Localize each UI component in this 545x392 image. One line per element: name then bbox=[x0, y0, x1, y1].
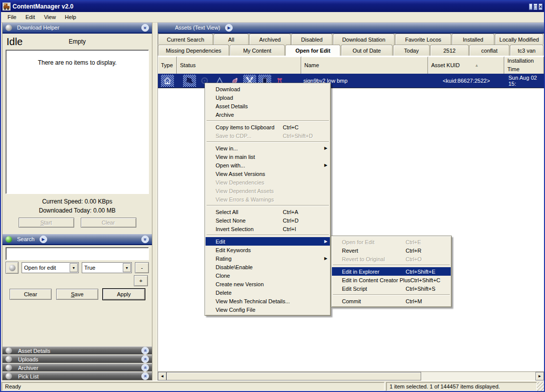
menu-item-label: View in... bbox=[216, 145, 238, 151]
clear-downloads-button[interactable]: Clear bbox=[81, 218, 136, 228]
column-header-installation-time[interactable]: Installation Time bbox=[504, 57, 544, 74]
chevron-up-icon: » bbox=[142, 375, 148, 378]
column-header-name[interactable]: Name bbox=[301, 57, 428, 74]
menu-item-download[interactable]: Download bbox=[206, 85, 330, 93]
tab-missing-dependencies[interactable]: Missing Dependencies bbox=[158, 45, 229, 56]
menu-item-view-in[interactable]: View in...▶ bbox=[206, 144, 330, 152]
menu-item-edit-in-content-creator-plus[interactable]: Edit in Content Creator PlusCtrl+Shift+C bbox=[332, 276, 451, 284]
scroll-right-icon[interactable]: ► bbox=[535, 372, 544, 380]
context-menu: DownloadUploadAsset DetailsArchiveCopy i… bbox=[205, 83, 331, 316]
apply-search-button[interactable]: Apply bbox=[103, 289, 145, 300]
clear-search-button[interactable]: Clear bbox=[10, 289, 52, 300]
tab-open-for-edit[interactable]: Open for Edit bbox=[285, 45, 340, 56]
expand-archiver-button[interactable]: » bbox=[141, 364, 149, 371]
tab-my-content[interactable]: My Content bbox=[230, 45, 285, 56]
menu-item-create-new-version[interactable]: Create new Version bbox=[206, 280, 330, 288]
filter-field-dropdown[interactable]: Open for edit ▼ bbox=[22, 262, 79, 273]
start-button[interactable]: Start bbox=[19, 218, 74, 228]
search-input[interactable] bbox=[6, 247, 149, 260]
menu-item-view-config-file[interactable]: View Config File bbox=[206, 305, 330, 314]
tab-out-of-date[interactable]: Out of Date bbox=[341, 45, 393, 56]
tab-disabled[interactable]: Disabled bbox=[291, 34, 332, 45]
panel-header-uploads[interactable]: Uploads» bbox=[3, 355, 152, 363]
menu-item-copy-items-to-clipboard[interactable]: Copy items to ClipboardCtrl+C bbox=[206, 123, 330, 131]
menu-item-open-with[interactable]: Open with...▶ bbox=[206, 161, 330, 169]
menu-item-view-mesh-technical-details[interactable]: View Mesh Technical Details... bbox=[206, 297, 330, 305]
remove-filter-button[interactable]: - bbox=[135, 262, 149, 273]
menu-file[interactable]: File bbox=[3, 13, 21, 21]
panel-header-asset-details[interactable]: Asset Details» bbox=[3, 346, 152, 354]
maximize-button[interactable]: □ bbox=[533, 4, 537, 10]
menu-item-edit[interactable]: Edit▶ bbox=[206, 237, 330, 246]
column-header-type[interactable]: Type bbox=[158, 57, 177, 74]
menu-item-revert[interactable]: RevertCtrl+R bbox=[332, 246, 451, 255]
close-button[interactable]: × bbox=[538, 4, 542, 10]
menu-view[interactable]: View bbox=[40, 13, 61, 21]
menu-item-commit[interactable]: CommitCtrl+M bbox=[332, 297, 451, 305]
chevron-down-icon[interactable]: ▼ bbox=[70, 263, 78, 272]
save-search-button[interactable]: Save bbox=[56, 289, 98, 300]
menu-item-archive[interactable]: Archive bbox=[206, 110, 330, 119]
panel-title: Asset Details bbox=[18, 348, 50, 354]
assets-play-icon[interactable]: ▶ bbox=[225, 24, 233, 32]
column-header-asset-kuid[interactable]: Asset KUID▲ bbox=[428, 57, 504, 74]
expand-asset-details-button[interactable]: » bbox=[141, 347, 149, 354]
panel-header-archiver[interactable]: Archiver» bbox=[3, 363, 152, 371]
menu-item-rating[interactable]: Rating▶ bbox=[206, 254, 330, 263]
window-title: ContentManager v2.0 bbox=[13, 3, 528, 10]
collapse-download-helper-button[interactable]: » bbox=[141, 24, 149, 32]
download-buttons: Start Clear bbox=[3, 215, 152, 230]
download-list[interactable]: There are no items to display. bbox=[6, 50, 149, 194]
menu-item-upload[interactable]: Upload bbox=[206, 93, 330, 102]
panel-header-pick-list[interactable]: Pick List» bbox=[3, 372, 152, 380]
menu-item-select-all[interactable]: Select AllCtrl+A bbox=[206, 208, 330, 216]
tab-download-station[interactable]: Download Station bbox=[333, 34, 395, 45]
scrollbar-thumb[interactable] bbox=[166, 372, 421, 380]
tab-installed[interactable]: Installed bbox=[452, 34, 494, 45]
scroll-left-icon[interactable]: ◄ bbox=[158, 372, 166, 380]
expand-pick-list-button[interactable]: » bbox=[141, 372, 149, 380]
filter-value-dropdown[interactable]: True ▼ bbox=[82, 262, 132, 273]
filter-options-button[interactable] bbox=[6, 262, 19, 274]
menu-item-select-none[interactable]: Select NoneCtrl+D bbox=[206, 216, 330, 225]
download-stats: Current Speed: 0.00 KBps Downloaded Toda… bbox=[3, 194, 152, 215]
menu-item-delete[interactable]: Delete bbox=[206, 288, 330, 297]
panel-splitter[interactable] bbox=[152, 23, 157, 380]
scrollbar-track[interactable] bbox=[166, 372, 535, 380]
column-header-status[interactable]: Status bbox=[177, 57, 301, 74]
menu-item-shortcut: Ctrl+C bbox=[283, 124, 327, 130]
tab-all[interactable]: All bbox=[214, 34, 249, 45]
menu-item-view-in-main-list[interactable]: View in main list bbox=[206, 152, 330, 161]
tab-2512[interactable]: 2512 bbox=[430, 45, 469, 56]
chevron-up-icon: » bbox=[142, 366, 148, 369]
resize-grip[interactable] bbox=[537, 382, 544, 391]
menu-help[interactable]: Help bbox=[60, 13, 81, 21]
menu-item-clone[interactable]: Clone bbox=[206, 271, 330, 280]
tab-conflat[interactable]: conflat bbox=[469, 45, 509, 56]
menu-edit[interactable]: Edit bbox=[21, 13, 40, 21]
menu-item-edit-in-explorer[interactable]: Edit in ExplorerCtrl+Shift+E bbox=[332, 267, 451, 276]
menu-item-edit-keywords[interactable]: Edit Keywords bbox=[206, 246, 330, 254]
tab-today[interactable]: Today bbox=[393, 45, 430, 56]
add-filter-button[interactable]: + bbox=[134, 275, 148, 286]
menu-item-asset-details[interactable]: Asset Details bbox=[206, 102, 330, 110]
downloaded-today: Downloaded Today: 0.00 MB bbox=[3, 206, 152, 215]
menu-item-edit-script[interactable]: Edit ScriptCtrl+Shift+S bbox=[332, 284, 451, 293]
expand-uploads-button[interactable]: » bbox=[141, 355, 149, 363]
menu-item-shortcut: Ctrl+I bbox=[283, 226, 327, 232]
search-play-icon[interactable]: ▶ bbox=[40, 236, 47, 243]
minimize-button[interactable]: _ bbox=[529, 4, 533, 10]
tab-locally-modified[interactable]: Locally Modified bbox=[495, 34, 543, 45]
menu-item-invert-selection[interactable]: Invert SelectionCtrl+I bbox=[206, 225, 330, 233]
menu-item-disable-enable[interactable]: Disable\Enable bbox=[206, 263, 330, 271]
tab-favorite-locos[interactable]: Favorite Locos bbox=[395, 34, 451, 45]
menu-item-label: Open for Edit bbox=[342, 239, 375, 245]
tab-archived[interactable]: Archived bbox=[249, 34, 291, 45]
search-panel-header[interactable]: Search ▶ » bbox=[3, 234, 152, 245]
download-helper-header[interactable]: Download Helper » bbox=[3, 23, 152, 34]
tab-tc3-van[interactable]: tc3 van bbox=[510, 45, 543, 56]
menu-item-view-asset-versions[interactable]: View Asset Versions bbox=[206, 169, 330, 178]
chevron-down-icon[interactable]: ▼ bbox=[123, 263, 131, 272]
collapse-search-button[interactable]: » bbox=[141, 236, 149, 243]
tab-current-search[interactable]: Current Search bbox=[158, 34, 213, 45]
